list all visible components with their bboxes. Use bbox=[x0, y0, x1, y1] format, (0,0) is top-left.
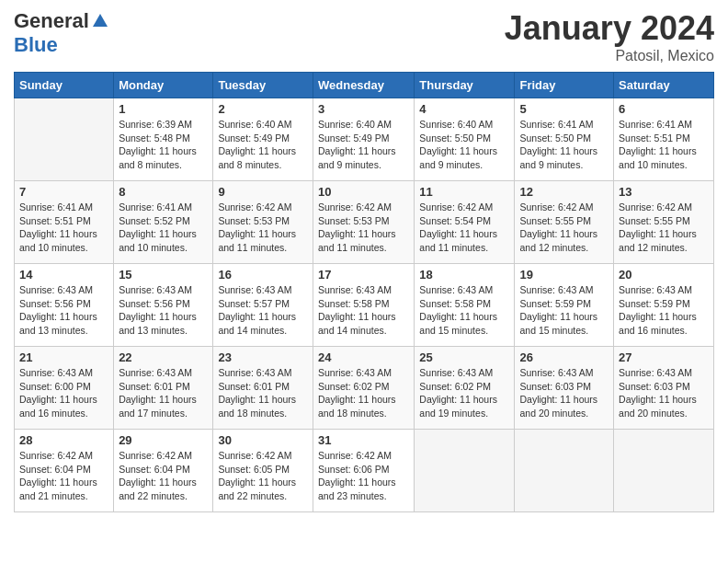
day-info: Sunrise: 6:43 AMSunset: 5:57 PMDaylight:… bbox=[218, 283, 308, 338]
day-info: Sunrise: 6:42 AMSunset: 5:55 PMDaylight:… bbox=[619, 201, 709, 255]
day-number: 25 bbox=[419, 350, 509, 364]
calendar-cell: 17Sunrise: 6:43 AMSunset: 5:58 PMDayligh… bbox=[313, 264, 414, 347]
day-info: Sunrise: 6:40 AMSunset: 5:49 PMDaylight:… bbox=[218, 118, 308, 172]
day-info: Sunrise: 6:43 AMSunset: 5:58 PMDaylight:… bbox=[318, 283, 409, 338]
day-number: 13 bbox=[619, 185, 709, 199]
calendar-cell bbox=[415, 430, 515, 512]
calendar-cell: 22Sunrise: 6:43 AMSunset: 6:01 PMDayligh… bbox=[114, 347, 213, 430]
calendar-cell: 19Sunrise: 6:43 AMSunset: 5:59 PMDayligh… bbox=[515, 264, 614, 347]
day-info: Sunrise: 6:43 AMSunset: 6:03 PMDaylight:… bbox=[619, 366, 709, 420]
weekday-header: Saturday bbox=[614, 73, 714, 98]
day-number: 1 bbox=[119, 102, 208, 116]
calendar-cell: 3Sunrise: 6:40 AMSunset: 5:49 PMDaylight… bbox=[313, 98, 414, 181]
day-info: Sunrise: 6:43 AMSunset: 6:01 PMDaylight:… bbox=[119, 366, 208, 420]
day-number: 15 bbox=[119, 268, 208, 282]
calendar-cell: 23Sunrise: 6:43 AMSunset: 6:01 PMDayligh… bbox=[213, 347, 313, 430]
day-info: Sunrise: 6:43 AMSunset: 6:00 PMDaylight:… bbox=[19, 366, 108, 420]
calendar-cell: 15Sunrise: 6:43 AMSunset: 5:56 PMDayligh… bbox=[114, 264, 213, 347]
calendar-week-row: 14Sunrise: 6:43 AMSunset: 5:56 PMDayligh… bbox=[15, 264, 714, 347]
weekday-header-row: SundayMondayTuesdayWednesdayThursdayFrid… bbox=[15, 73, 714, 98]
calendar-cell bbox=[614, 430, 714, 512]
calendar-cell: 20Sunrise: 6:43 AMSunset: 5:59 PMDayligh… bbox=[614, 264, 714, 347]
calendar-cell: 28Sunrise: 6:42 AMSunset: 6:04 PMDayligh… bbox=[15, 430, 114, 512]
day-number: 18 bbox=[419, 268, 509, 282]
calendar-cell: 27Sunrise: 6:43 AMSunset: 6:03 PMDayligh… bbox=[614, 347, 714, 430]
day-info: Sunrise: 6:42 AMSunset: 5:53 PMDaylight:… bbox=[318, 201, 409, 255]
calendar-cell: 2Sunrise: 6:40 AMSunset: 5:49 PMDaylight… bbox=[213, 98, 313, 181]
logo: General Blue bbox=[14, 9, 109, 57]
day-info: Sunrise: 6:42 AMSunset: 6:04 PMDaylight:… bbox=[119, 449, 208, 503]
calendar-cell: 16Sunrise: 6:43 AMSunset: 5:57 PMDayligh… bbox=[213, 264, 313, 347]
day-info: Sunrise: 6:42 AMSunset: 5:55 PMDaylight:… bbox=[519, 201, 609, 255]
day-info: Sunrise: 6:43 AMSunset: 5:56 PMDaylight:… bbox=[119, 283, 208, 338]
calendar-cell: 10Sunrise: 6:42 AMSunset: 5:53 PMDayligh… bbox=[313, 181, 414, 264]
title-block: January 2024 Patosil, Mexico bbox=[505, 9, 714, 64]
day-number: 3 bbox=[318, 102, 409, 116]
day-number: 20 bbox=[619, 268, 709, 282]
day-info: Sunrise: 6:43 AMSunset: 6:02 PMDaylight:… bbox=[419, 366, 509, 420]
day-info: Sunrise: 6:42 AMSunset: 6:06 PMDaylight:… bbox=[318, 449, 409, 503]
day-number: 19 bbox=[519, 268, 609, 282]
calendar-cell: 24Sunrise: 6:43 AMSunset: 6:02 PMDayligh… bbox=[313, 347, 414, 430]
calendar-cell: 30Sunrise: 6:42 AMSunset: 6:05 PMDayligh… bbox=[213, 430, 313, 512]
calendar-week-row: 7Sunrise: 6:41 AMSunset: 5:51 PMDaylight… bbox=[15, 181, 714, 264]
weekday-header: Friday bbox=[515, 73, 614, 98]
day-info: Sunrise: 6:42 AMSunset: 6:05 PMDaylight:… bbox=[218, 449, 308, 503]
day-number: 8 bbox=[119, 185, 208, 199]
calendar-cell: 21Sunrise: 6:43 AMSunset: 6:00 PMDayligh… bbox=[15, 347, 114, 430]
calendar-cell: 11Sunrise: 6:42 AMSunset: 5:54 PMDayligh… bbox=[415, 181, 515, 264]
day-number: 6 bbox=[619, 102, 709, 116]
day-info: Sunrise: 6:43 AMSunset: 5:59 PMDaylight:… bbox=[519, 283, 609, 338]
day-info: Sunrise: 6:41 AMSunset: 5:51 PMDaylight:… bbox=[19, 201, 108, 255]
day-number: 4 bbox=[419, 102, 509, 116]
calendar-cell: 13Sunrise: 6:42 AMSunset: 5:55 PMDayligh… bbox=[614, 181, 714, 264]
calendar-cell bbox=[515, 430, 614, 512]
day-info: Sunrise: 6:43 AMSunset: 5:59 PMDaylight:… bbox=[619, 283, 709, 338]
day-number: 12 bbox=[519, 185, 609, 199]
day-info: Sunrise: 6:43 AMSunset: 5:58 PMDaylight:… bbox=[419, 283, 509, 338]
weekday-header: Wednesday bbox=[313, 73, 414, 98]
weekday-header: Thursday bbox=[415, 73, 515, 98]
calendar-cell bbox=[15, 98, 114, 181]
day-info: Sunrise: 6:39 AMSunset: 5:48 PMDaylight:… bbox=[119, 118, 208, 172]
day-info: Sunrise: 6:43 AMSunset: 5:56 PMDaylight:… bbox=[19, 283, 108, 338]
day-number: 27 bbox=[619, 350, 709, 364]
day-info: Sunrise: 6:41 AMSunset: 5:52 PMDaylight:… bbox=[119, 201, 208, 255]
logo-general: General bbox=[14, 9, 89, 33]
day-number: 24 bbox=[318, 350, 409, 364]
day-number: 11 bbox=[419, 185, 509, 199]
logo-blue: Blue bbox=[14, 33, 58, 57]
day-info: Sunrise: 6:42 AMSunset: 5:53 PMDaylight:… bbox=[218, 201, 308, 255]
calendar-cell: 12Sunrise: 6:42 AMSunset: 5:55 PMDayligh… bbox=[515, 181, 614, 264]
day-number: 9 bbox=[218, 185, 308, 199]
calendar-week-row: 28Sunrise: 6:42 AMSunset: 6:04 PMDayligh… bbox=[15, 430, 714, 512]
day-number: 14 bbox=[19, 268, 108, 282]
day-number: 31 bbox=[318, 433, 409, 447]
day-number: 22 bbox=[119, 350, 208, 364]
day-number: 23 bbox=[218, 350, 308, 364]
day-number: 2 bbox=[218, 102, 308, 116]
day-info: Sunrise: 6:43 AMSunset: 6:01 PMDaylight:… bbox=[218, 366, 308, 420]
day-number: 7 bbox=[19, 185, 108, 199]
calendar-cell: 9Sunrise: 6:42 AMSunset: 5:53 PMDaylight… bbox=[213, 181, 313, 264]
calendar-cell: 4Sunrise: 6:40 AMSunset: 5:50 PMDaylight… bbox=[415, 98, 515, 181]
page-header: General Blue January 2024 Patosil, Mexic… bbox=[14, 9, 714, 64]
day-info: Sunrise: 6:41 AMSunset: 5:51 PMDaylight:… bbox=[619, 118, 709, 172]
calendar-cell: 26Sunrise: 6:43 AMSunset: 6:03 PMDayligh… bbox=[515, 347, 614, 430]
calendar-cell: 5Sunrise: 6:41 AMSunset: 5:50 PMDaylight… bbox=[515, 98, 614, 181]
calendar-table: SundayMondayTuesdayWednesdayThursdayFrid… bbox=[14, 72, 714, 512]
calendar-week-row: 1Sunrise: 6:39 AMSunset: 5:48 PMDaylight… bbox=[15, 98, 714, 181]
day-number: 10 bbox=[318, 185, 409, 199]
svg-marker-0 bbox=[93, 14, 108, 27]
calendar-cell: 14Sunrise: 6:43 AMSunset: 5:56 PMDayligh… bbox=[15, 264, 114, 347]
day-number: 5 bbox=[519, 102, 609, 116]
day-info: Sunrise: 6:42 AMSunset: 6:04 PMDaylight:… bbox=[19, 449, 108, 503]
weekday-header: Tuesday bbox=[213, 73, 313, 98]
calendar-cell: 6Sunrise: 6:41 AMSunset: 5:51 PMDaylight… bbox=[614, 98, 714, 181]
location: Patosil, Mexico bbox=[505, 48, 714, 64]
day-number: 28 bbox=[19, 433, 108, 447]
calendar-cell: 18Sunrise: 6:43 AMSunset: 5:58 PMDayligh… bbox=[415, 264, 515, 347]
calendar-cell: 25Sunrise: 6:43 AMSunset: 6:02 PMDayligh… bbox=[415, 347, 515, 430]
day-info: Sunrise: 6:40 AMSunset: 5:49 PMDaylight:… bbox=[318, 118, 409, 172]
calendar-cell: 29Sunrise: 6:42 AMSunset: 6:04 PMDayligh… bbox=[114, 430, 213, 512]
